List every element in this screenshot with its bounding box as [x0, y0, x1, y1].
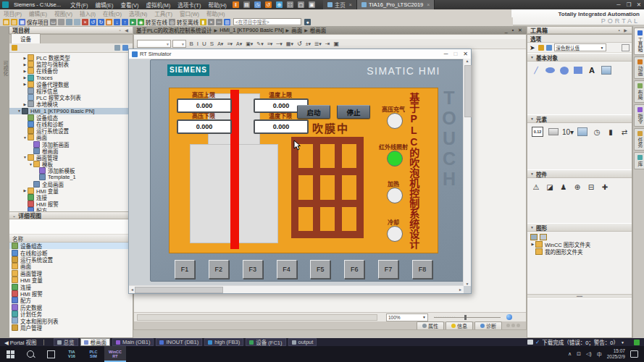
vm-tab-0[interactable]: 主页×	[323, 0, 357, 9]
param-input-0[interactable]: 0.000	[177, 98, 232, 113]
tia-menu-8[interactable]: 帮助(H)	[203, 9, 228, 17]
tree-item-0[interactable]: ▶PLC 数据类型	[9, 54, 133, 61]
rt-horizontal-scrollbar[interactable]: ◄►	[129, 285, 464, 293]
pen-button[interactable]: ✎▾	[256, 41, 263, 47]
taskbar-app-tia[interactable]: TIAV16	[61, 346, 83, 362]
add-device-icon[interactable]	[12, 45, 17, 51]
thumbnail-icon[interactable]	[530, 234, 538, 240]
rt-simulator-titlebar[interactable]: RT Simulator ─ □ ✕	[129, 49, 471, 59]
expander-icon[interactable]: ▶	[22, 75, 28, 80]
tia-menu-5[interactable]: 选项(N)	[125, 9, 151, 17]
editor-button-5[interactable]: 设备 (FC1)	[246, 338, 285, 346]
new-project-icon[interactable]: ▤	[3, 19, 9, 25]
hmi-screen[interactable]: 吹膜中 基于PLC的吹泡机控制系统设计 高压上限0.000高压下限0.000温度…	[169, 88, 438, 253]
tia-menu-2[interactable]: 视图(V)	[51, 9, 76, 17]
minimize-icon[interactable]: ─	[614, 1, 624, 8]
tray-expand-icon[interactable]: ∧	[568, 351, 572, 357]
graphics-item-1[interactable]: 我的图形文件夹	[527, 248, 632, 255]
task-card-0[interactable]: 工具箱	[634, 28, 644, 55]
inspector-tab-1[interactable]: 信息	[446, 321, 473, 329]
scrollbar-thumb[interactable]	[135, 287, 223, 293]
tree-item-10[interactable]: 在线和诊断	[9, 121, 133, 127]
inspector-tab-2[interactable]: 诊断	[474, 321, 502, 329]
detail-view-header[interactable]: ⌄ 详细视图	[9, 211, 133, 219]
plus-minus-button[interactable]: ±▾	[306, 41, 311, 47]
split-editor-v-icon[interactable]: ▥	[224, 19, 230, 25]
task-card-2[interactable]: 布局	[634, 80, 644, 103]
sort-icon[interactable]	[114, 45, 120, 51]
large-icons-toggle[interactable]	[622, 44, 630, 51]
compile-icon[interactable]: ▦	[106, 19, 112, 25]
cross-reference-icon[interactable]: ×	[208, 19, 214, 25]
expander-icon[interactable]: ▶	[22, 188, 28, 193]
action-center-icon[interactable]	[630, 350, 638, 358]
unity-icon[interactable]: ▢	[298, 1, 304, 8]
close-icon[interactable]: ✕	[634, 1, 644, 8]
grid-button[interactable]: ▦▾	[286, 41, 293, 47]
expander-icon[interactable]: ▶	[22, 102, 28, 106]
snapshot-icon[interactable]: ◷	[254, 1, 261, 8]
print-icon[interactable]: ▭	[50, 19, 57, 25]
tree-item-13[interactable]: 添加新画面	[9, 140, 133, 147]
open-project-icon[interactable]: ▥	[11, 19, 17, 25]
start-button[interactable]: 启动	[297, 105, 330, 119]
zoom-select[interactable]: 100% ▼	[386, 313, 428, 321]
start-simulation-icon[interactable]: ▸	[130, 19, 136, 25]
tab-order-button[interactable]: ⇥	[325, 41, 330, 47]
fit-to-screen-knob[interactable]	[506, 314, 512, 320]
save-project-button[interactable]: ▦保存项目	[19, 18, 49, 26]
editor-window-controls[interactable]: _ ▪ ✕	[505, 28, 524, 33]
browser-tool[interactable]: ⊕	[573, 182, 582, 191]
task-card-3[interactable]: 指令	[634, 104, 644, 127]
toolbox-header-icons[interactable]: ▪ ▶	[619, 28, 629, 33]
tree-item-2[interactable]: ▶在线备份	[9, 67, 133, 74]
expander-icon[interactable]: ▶	[22, 62, 28, 67]
tia-menu-4[interactable]: 在线(O)	[99, 9, 125, 17]
vm-menu-1[interactable]: 编辑(E)	[92, 1, 117, 9]
volume-icon[interactable]: ◁)	[586, 351, 592, 357]
bold-button[interactable]: B	[190, 41, 193, 47]
tia-menu-6[interactable]: 工具(T)	[151, 9, 176, 17]
fkey-f8[interactable]: F8	[412, 260, 432, 279]
section-controls[interactable]: ▼控件	[527, 169, 632, 178]
maximize-icon[interactable]: ❐	[624, 1, 634, 8]
fkey-f3[interactable]: F3	[243, 260, 263, 279]
section-basic-objects[interactable]: ▼基本对象	[527, 53, 632, 62]
redo-icon[interactable]: ↻	[98, 19, 104, 25]
project-search-input[interactable]	[233, 18, 301, 25]
favorites-icon[interactable]	[538, 45, 544, 51]
param-input-3[interactable]: 0.000	[254, 119, 309, 134]
underline-button[interactable]: U	[202, 41, 206, 47]
thumbnail-icon[interactable]	[540, 234, 547, 240]
ime-indicator[interactable]: 中	[597, 350, 602, 358]
taskbar-app-wincc[interactable]: WinCCRT	[104, 346, 126, 362]
task-card-1[interactable]: 动画	[634, 56, 644, 79]
tia-menu-1[interactable]: 编辑(E)	[25, 9, 51, 17]
scroll-down-icon[interactable]: ▼	[464, 282, 471, 286]
breadcrumb-seg-1[interactable]: HMI_1 [KTP900 Basic PN]	[219, 27, 283, 33]
editor-button-3[interactable]: INOUT (DB1)	[156, 338, 202, 346]
network-icon[interactable]: ⊡	[577, 351, 581, 357]
tab-devices[interactable]: 设备	[11, 33, 41, 43]
list-mode-icon[interactable]	[546, 45, 552, 51]
tree-item-20[interactable]: ▶HMI 变量	[9, 188, 133, 194]
rt-vertical-scrollbar[interactable]: ▲▼	[463, 59, 471, 286]
fkey-f7[interactable]: F7	[378, 260, 398, 279]
tree-item-6[interactable]: PLC 报警文本列表	[9, 94, 133, 101]
bar-tool[interactable]: ▮	[606, 127, 615, 136]
breadcrumb-seg-3[interactable]: 根画面	[310, 26, 327, 34]
search-button[interactable]	[20, 346, 41, 362]
panel-resize-handle[interactable]: ▬▬	[527, 294, 632, 299]
maximize-icon[interactable]: □	[453, 51, 457, 57]
minimize-icon[interactable]: ─	[444, 51, 448, 57]
vm-menu-0[interactable]: 文件(F)	[67, 1, 92, 9]
trend-view-tool[interactable]: ◪	[545, 182, 554, 191]
justify-button[interactable]: ≡▾	[267, 41, 273, 47]
cut-icon[interactable]	[58, 19, 64, 25]
section-graphics[interactable]: ▼图形	[527, 223, 632, 232]
tree-item-15[interactable]: ▼画面管理	[9, 154, 133, 161]
graphic-view-tool[interactable]	[601, 66, 611, 75]
find-icon[interactable]: ●	[304, 19, 311, 25]
snapshot-button[interactable]: ▣	[334, 41, 340, 47]
expander-icon[interactable]: ▼	[22, 155, 28, 159]
